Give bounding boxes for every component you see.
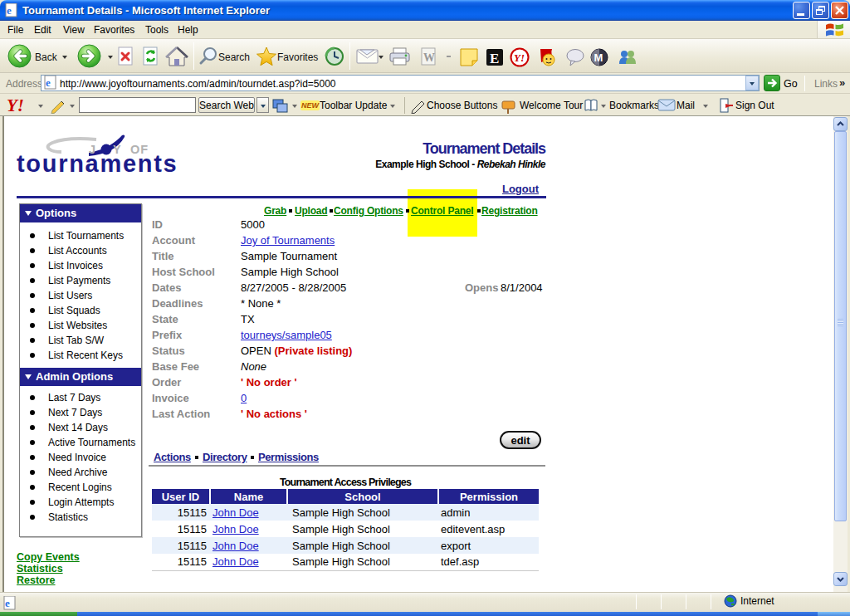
svg-text:e: e <box>5 597 10 609</box>
svg-text:e: e <box>7 4 12 17</box>
svg-text:Y!: Y! <box>514 51 525 64</box>
svg-text:e: e <box>46 76 51 89</box>
svg-text:M: M <box>594 51 603 64</box>
svg-text:W: W <box>423 51 435 64</box>
svg-text:E: E <box>490 51 499 66</box>
